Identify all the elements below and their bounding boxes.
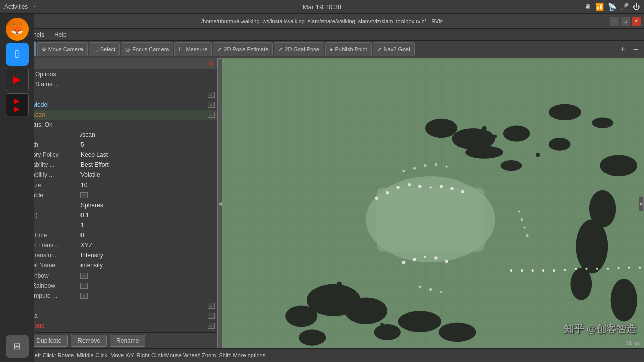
camera-checkbox[interactable] <box>208 313 215 319</box>
move-camera-button[interactable]: ✥ Move Camera <box>37 42 88 56</box>
svg-point-72 <box>429 288 432 291</box>
svg-point-28 <box>337 281 342 287</box>
zoom-out-button[interactable]: − <box>630 43 642 55</box>
durability-value: Volatile <box>80 171 217 178</box>
robot-model-label: RobotModel <box>16 101 208 108</box>
maximize-button[interactable]: □ <box>621 17 630 26</box>
svg-point-22 <box>439 323 476 342</box>
sidebar-collapse-handle[interactable]: ◀ <box>217 58 222 348</box>
svg-point-31 <box>396 186 399 189</box>
mic-icon[interactable]: 🎤 <box>620 3 629 11</box>
svg-point-57 <box>596 268 598 270</box>
tf-checkbox[interactable]: ✓ <box>208 303 215 309</box>
remove-button[interactable]: Remove <box>71 335 107 347</box>
svg-point-74 <box>419 285 421 288</box>
svg-point-7 <box>549 138 571 151</box>
svg-point-29 <box>590 260 594 265</box>
topbar: 📊 rviz2 ▾ Mar 19 10:38 🖥 📶 📡 🎤 ⏻ <box>0 0 644 14</box>
titlebar: /home/ubuntu/aiwalking_ws/install/walkin… <box>0 14 644 29</box>
close-button[interactable]: ✕ <box>632 17 641 26</box>
screen-icon[interactable]: 🖥 <box>584 3 591 11</box>
invert-rainbow-checkbox[interactable] <box>80 283 88 289</box>
grid-label: Grid <box>16 91 208 98</box>
svg-point-49 <box>510 269 512 272</box>
publish-point-button[interactable]: ● Publish Point <box>325 42 372 56</box>
measure-button[interactable]: ⊢ Measure <box>174 42 212 56</box>
status-help-text: Left-Click: Rotate. Middle-Click: Move X… <box>32 352 267 358</box>
nav2-goal-icon: ↗ <box>377 46 382 53</box>
svg-point-73 <box>440 291 442 293</box>
svg-point-40 <box>402 261 405 264</box>
svg-point-13 <box>299 330 326 346</box>
dock-terminal2-icon[interactable]: ▶▶ <box>6 93 29 116</box>
svg-point-26 <box>468 142 473 147</box>
svg-point-51 <box>532 269 534 272</box>
laser-scan-checkbox[interactable]: ✓ <box>208 112 215 118</box>
3d-viewport[interactable]: 知乎 @创客智造 31 fps ▶ <box>222 58 644 348</box>
svg-point-38 <box>386 191 389 194</box>
signal-icon[interactable]: 📶 <box>595 3 604 11</box>
power-icon[interactable]: ⏻ <box>633 3 640 11</box>
select-icon: ⬚ <box>93 46 98 53</box>
svg-point-41 <box>413 258 416 261</box>
svg-point-53 <box>553 269 555 272</box>
activities-label[interactable]: Activities <box>4 3 28 10</box>
svg-point-5 <box>503 126 530 142</box>
dock-terminal-icon[interactable]: ▶ <box>6 68 29 91</box>
style-value: Spheres <box>80 202 217 209</box>
topic-value: /scan <box>80 131 217 138</box>
measure-icon: ⊢ <box>179 46 184 53</box>
laser-scan-label: LaserScan <box>16 111 208 118</box>
2d-pose-button[interactable]: ↗ 2D Pose Estimate <box>213 42 273 56</box>
svg-point-11 <box>285 306 317 327</box>
svg-point-24 <box>482 126 487 131</box>
menubar: File Panels Help <box>0 29 644 41</box>
svg-point-50 <box>521 269 523 272</box>
focus-camera-button[interactable]: ◎ Focus Camera <box>121 42 173 56</box>
svg-point-14 <box>576 220 608 274</box>
svg-point-54 <box>564 269 566 271</box>
svg-point-58 <box>607 268 609 270</box>
watermark: 知乎 @创客智造 <box>564 322 636 336</box>
svg-point-63 <box>424 164 426 167</box>
svg-point-23 <box>374 324 400 340</box>
autocompute-checkbox[interactable]: ✓ <box>80 293 88 299</box>
svg-point-56 <box>585 268 587 270</box>
menu-help[interactable]: Help <box>52 30 69 39</box>
rename-button[interactable]: Rename <box>110 335 145 347</box>
svg-point-42 <box>424 256 426 258</box>
select-button[interactable]: ⬚ Select <box>89 42 120 56</box>
wifi-icon[interactable]: 📡 <box>608 3 616 11</box>
svg-point-66 <box>413 167 416 169</box>
svg-point-17 <box>600 155 637 176</box>
minimize-button[interactable]: ─ <box>610 17 619 26</box>
panel-close-button[interactable]: ✕ <box>208 60 214 68</box>
grid-checkbox[interactable]: ✓ <box>208 92 215 98</box>
svg-point-60 <box>628 267 630 269</box>
svg-point-6 <box>425 119 457 138</box>
cost-cloud-checkbox[interactable]: ✓ <box>208 323 215 329</box>
alpha-value: 1 <box>80 222 217 229</box>
selectable-checkbox[interactable]: ✓ <box>80 192 88 198</box>
svg-point-44 <box>445 260 448 263</box>
dock-apps-icon[interactable]: ⊞ <box>6 335 29 358</box>
use-rainbow-checkbox[interactable]: ✓ <box>80 273 88 279</box>
svg-point-19 <box>549 104 581 120</box>
svg-point-35 <box>440 185 443 188</box>
color-trans-value: Intensity <box>80 252 217 259</box>
laser-status-label: Status: Ok <box>24 121 217 128</box>
nav2-goal-button[interactable]: ↗ Nav2 Goal <box>373 42 415 56</box>
robot-model-checkbox[interactable]: ✓ <box>208 102 215 108</box>
svg-point-25 <box>494 135 497 138</box>
right-expand-handle[interactable]: ▶ <box>639 196 644 211</box>
size-value: 0.1 <box>80 212 217 219</box>
dock-firefox-icon[interactable]: 🦊 <box>6 18 29 41</box>
2d-goal-button[interactable]: ↗ 2D Goal Pose <box>274 42 324 56</box>
dock-vscode-icon[interactable]:  <box>6 43 29 66</box>
move-camera-icon: ✥ <box>42 46 46 53</box>
svg-point-71 <box>518 210 520 212</box>
svg-point-69 <box>524 226 526 228</box>
duplicate-button[interactable]: Duplicate <box>30 335 68 347</box>
svg-point-21 <box>398 311 441 332</box>
zoom-in-button[interactable]: + <box>617 43 629 55</box>
